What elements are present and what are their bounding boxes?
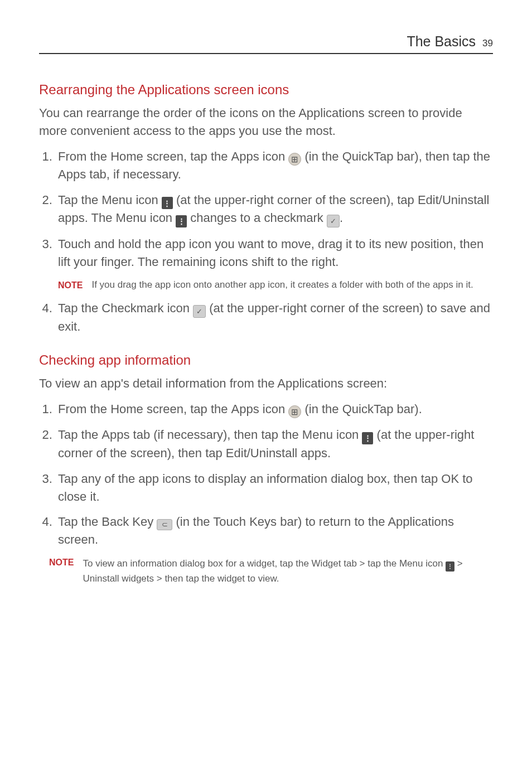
step-text: (in the QuickTap bar), then tap the — [301, 149, 490, 163]
label-uninstall-widgets: Uninstall widgets — [83, 573, 154, 584]
step-text: (at the upper-right corner of the screen… — [173, 193, 418, 207]
header-section-title: The Basics — [407, 33, 476, 50]
back-key-icon: ⊂ — [157, 519, 172, 530]
menu-icon: ⋮ — [176, 215, 187, 227]
label-apps-tab: Apps — [58, 167, 86, 181]
note-text-frag: icon — [423, 558, 446, 569]
label-apps-tab: Apps — [101, 428, 129, 442]
step-text: icon — [259, 149, 289, 163]
step-text: icon — [259, 402, 289, 416]
step-text: tab (if necessary), then tap the — [129, 428, 302, 442]
label-apps: Apps — [231, 402, 259, 416]
step-text: . — [340, 211, 343, 225]
label-widget-tab: Widget — [312, 558, 341, 569]
step-item: Tap any of the app icons to display an i… — [56, 470, 493, 506]
step-text: Tap the — [58, 193, 101, 207]
step-item: Tap the Menu icon ⋮ (at the upper-right … — [56, 191, 493, 228]
step-text: changes to a checkmark — [187, 211, 327, 225]
step-text: Tap the — [58, 428, 101, 442]
step-text: . — [327, 446, 331, 460]
intro-paragraph: You can rearrange the order of the icons… — [39, 104, 493, 140]
intro-paragraph-2: To view an app's detail information from… — [39, 375, 493, 393]
step-text: icon — [147, 211, 176, 225]
note-text-frag: To view an information dialog box for a … — [83, 558, 311, 569]
page-header: The Basics 39 — [39, 33, 493, 54]
menu-icon: ⋮ — [446, 561, 454, 572]
label-menu: Menu — [302, 428, 333, 442]
step-text: Tap the — [58, 515, 101, 529]
note-text: To view an information dialog box for a … — [83, 556, 493, 586]
step-item: From the Home screen, tap the Apps icon … — [56, 400, 493, 418]
checkmark-icon: ✓ — [327, 215, 340, 227]
note-text-frag: > then tap the widget to view. — [154, 573, 279, 584]
step-text: Touch and hold the app icon you want to … — [58, 237, 483, 269]
step-text: . The — [85, 211, 116, 225]
heading-checking-app-info: Checking app information — [39, 352, 493, 368]
menu-icon: ⋮ — [162, 197, 173, 209]
heading-rearranging: Rearranging the Applications screen icon… — [39, 82, 493, 98]
step-text: From the Home screen, tap the — [58, 402, 231, 416]
steps-list-1: From the Home screen, tap the Apps icon … — [39, 148, 493, 336]
header-page-number: 39 — [482, 38, 493, 49]
label-menu: Menu — [101, 193, 132, 207]
label-back-key: Back Key — [101, 515, 153, 529]
step-item: Tap the Back Key ⊂ (in the Touch Keys ba… — [56, 513, 493, 549]
label-apps: Apps — [231, 149, 259, 163]
step-text: Tap the Checkmark icon — [58, 301, 193, 315]
label-menu-2: Menu — [116, 211, 147, 225]
step-text: tab, if necessary. — [86, 167, 181, 181]
note-text: If you drag the app icon onto another ap… — [91, 278, 493, 292]
note-text-frag: tab > tap the — [341, 558, 399, 569]
step-text: icon — [132, 193, 162, 207]
label-edit-uninstall: Edit/Uninstall apps — [226, 446, 327, 460]
step-item: Touch and hold the app icon you want to … — [56, 235, 493, 292]
step-text: (in the QuickTap bar). — [301, 402, 422, 416]
step-text: Tap any of the app icons to display an i… — [58, 472, 441, 486]
checkmark-icon: ✓ — [193, 305, 206, 318]
step-item: From the Home screen, tap the Apps icon … — [56, 148, 493, 183]
document-page: The Basics 39 Rearranging the Applicatio… — [0, 0, 532, 638]
steps-list-2: From the Home screen, tap the Apps icon … — [39, 400, 493, 549]
note-block-2: NOTE To view an information dialog box f… — [49, 556, 493, 586]
step-item: Tap the Apps tab (if necessary), then ta… — [56, 426, 493, 462]
note-label: NOTE — [58, 278, 83, 292]
label-ok: OK — [441, 472, 459, 486]
apps-icon: ⊞ — [288, 405, 301, 418]
label-menu: Menu — [399, 558, 423, 569]
step-text: icon — [333, 428, 362, 442]
step-text: From the Home screen, tap the — [58, 149, 231, 163]
apps-icon: ⊞ — [288, 153, 301, 166]
note-text-frag: > — [454, 558, 463, 569]
note-block: NOTE If you drag the app icon onto anoth… — [58, 278, 493, 292]
note-label: NOTE — [49, 556, 74, 568]
step-item: Tap the Checkmark icon ✓ (at the upper-r… — [56, 299, 493, 336]
menu-icon: ⋮ — [362, 432, 373, 444]
